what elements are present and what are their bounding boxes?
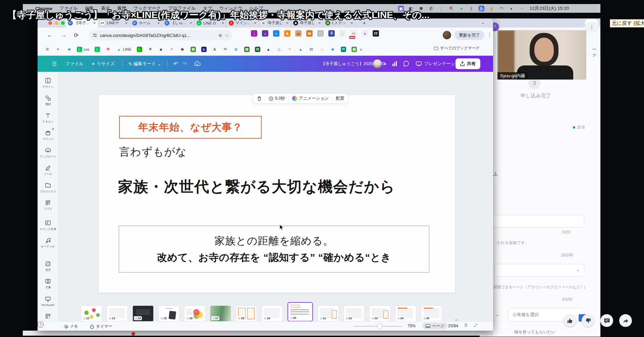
- bookmark-item[interactable]: ⊞: [44, 47, 51, 52]
- address-bar[interactable]: canva.com/design/DAG8TaGZXrg/6C3dU-q1...…: [89, 30, 232, 40]
- menubar-status-icon[interactable]: ⇱: [448, 6, 454, 11]
- sidebar-item-tools[interactable]: ツール: [38, 164, 58, 176]
- bookmark-item[interactable]: ▤: [308, 47, 315, 52]
- menubar-status-icon[interactable]: ◠: [499, 6, 504, 11]
- sidebar-item-text[interactable]: テキスト: [38, 112, 58, 124]
- sidebar-item-elements[interactable]: 素材: [38, 95, 58, 106]
- filmstrip-chevron-icon[interactable]: ⌄: [454, 317, 458, 322]
- form-text-input[interactable]: [487, 215, 584, 228]
- page-thumbnail[interactable]: ◷17: [210, 305, 231, 322]
- page-thumbnail[interactable]: ◷20: [287, 302, 313, 322]
- bookmark-star-icon[interactable]: ☆: [225, 33, 229, 38]
- menubar-status-icon[interactable]: ◔: [519, 6, 525, 11]
- webcam-tile[interactable]: Syuu-go内藤: [497, 30, 586, 80]
- zoom-icon[interactable]: ⊕: [218, 33, 222, 38]
- bookmark-item[interactable]: ◉: [179, 47, 186, 52]
- thumbs-up-button[interactable]: [564, 314, 576, 327]
- redo-button[interactable]: ↷: [183, 61, 187, 67]
- page-view-toggle[interactable]: ページ: [423, 323, 447, 329]
- sidebar-item-magic-media[interactable]: マジック生成: [38, 220, 58, 231]
- page-thumbnail[interactable]: ◷22: [343, 305, 365, 322]
- sidebar-item-audio[interactable]: オーディオ: [38, 237, 58, 249]
- tab-close-icon[interactable]: ✕: [190, 21, 192, 25]
- form-select[interactable]: [494, 264, 584, 277]
- bookmark-item[interactable]: △: [275, 47, 283, 52]
- grid-view-icon[interactable]: ⠿: [464, 323, 468, 328]
- zoom-slider-knob[interactable]: [377, 324, 382, 329]
- bookmark-item[interactable]: ✉: [340, 47, 347, 52]
- add-collaborator-icon[interactable]: +: [384, 61, 387, 66]
- menubar-status-icon[interactable]: ;: [438, 6, 444, 11]
- tab-close-icon[interactable]: ✕: [351, 21, 353, 25]
- menubar-status-icon[interactable]: ▮: [489, 6, 494, 11]
- tab-close-icon[interactable]: ✕: [125, 21, 128, 25]
- bookmark-item[interactable]: ◀: [65, 47, 72, 52]
- bookmark-item[interactable]: ▲: [297, 47, 304, 52]
- extension-icon[interactable]: ♟: [284, 30, 290, 37]
- page-duration-button[interactable]: 5.0秒: [269, 96, 285, 101]
- player-playhead[interactable]: [131, 332, 135, 336]
- bookmark-item[interactable]: ✉: [222, 47, 229, 52]
- page-thumbnail[interactable]: ◷13: [107, 305, 128, 322]
- extension-icon[interactable]: ⠿: [328, 30, 335, 37]
- bookmark-item[interactable]: ▦: [243, 47, 251, 52]
- share-forward-button[interactable]: [619, 314, 632, 327]
- extension-icon[interactable]: M: [306, 30, 313, 37]
- comments-icon[interactable]: [403, 61, 409, 66]
- collaborator-avatar[interactable]: [373, 59, 382, 68]
- extension-icon[interactable]: ω: [295, 30, 302, 37]
- page-thumbnail[interactable]: ◷25: [421, 305, 442, 322]
- sidebar-item-background[interactable]: 背景: [38, 260, 58, 272]
- page-thumbnail[interactable]: ◷21: [318, 305, 339, 322]
- page-thumbnail[interactable]: ◷15: [158, 305, 179, 322]
- delete-page-icon[interactable]: [257, 96, 262, 101]
- bookmark-item[interactable]: ☺: [318, 47, 326, 52]
- minimize-window-button[interactable]: [55, 21, 58, 25]
- restore-zoom-tooltip[interactable]: 元に戻す (拡大): [610, 19, 644, 28]
- bookmark-item[interactable]: ▦: [351, 47, 358, 52]
- page-thumbnail[interactable]: ◷19: [262, 305, 283, 322]
- extension-icon[interactable]: ↓: [339, 30, 346, 37]
- bookmark-item[interactable]: b: [200, 47, 208, 52]
- tab-close-icon[interactable]: ✕: [286, 21, 289, 25]
- extension-icon[interactable]: ⌂: [262, 30, 268, 37]
- page-thumbnail[interactable]: ◷14: [132, 305, 154, 322]
- bookmark-item[interactable]: ◆: [329, 47, 336, 52]
- extension-icon[interactable]: ▢: [317, 30, 324, 37]
- site-settings-icon[interactable]: [93, 33, 97, 38]
- more-menu-icon[interactable]: ⋮: [585, 22, 599, 33]
- tab-close-icon[interactable]: ✕: [254, 21, 257, 25]
- canva-resize-menu[interactable]: ✦リサイズ: [92, 61, 115, 67]
- page-thumbnail[interactable]: ◷12: [81, 305, 102, 322]
- bookmark-item[interactable]: L css: [76, 47, 90, 52]
- hamburger-menu-icon[interactable]: ☰: [52, 61, 57, 67]
- bookmark-item[interactable]: L: [94, 47, 101, 52]
- timer-button[interactable]: タイマー: [90, 324, 112, 329]
- slide-page[interactable]: 年末年始、なぜ大事？ 言わずもがな 家族・次世代と繋がる大切な機会だから 家族と…: [99, 95, 455, 293]
- design-canvas[interactable]: 年末年始、なぜ大事？ 言わずもがな 家族・次世代と繋がる大切な機会だから 家族と…: [58, 72, 493, 299]
- sidebar-item-uploads[interactable]: アップロード: [38, 147, 58, 159]
- bookmark-item[interactable]: ▲ LINE: [115, 47, 132, 52]
- all-bookmarks-button[interactable]: すべてのブックマーク: [434, 46, 480, 51]
- menubar-status-icon[interactable]: あ: [479, 6, 484, 11]
- tab-close-icon[interactable]: ✕: [318, 21, 321, 25]
- extension-icon[interactable]: f?: [373, 30, 379, 37]
- animation-button[interactable]: アニメーション: [292, 96, 329, 101]
- bookmark-item[interactable]: ❋: [104, 47, 112, 52]
- back-button[interactable]: ←: [47, 32, 53, 39]
- slide-text[interactable]: 言わずもがな: [119, 145, 187, 159]
- extension-icon[interactable]: ↓: [251, 30, 257, 37]
- bookmark-item[interactable]: ▣: [190, 47, 197, 52]
- chat-button[interactable]: [600, 314, 613, 327]
- bookmarks-overflow-icon[interactable]: »: [360, 47, 363, 52]
- bookmark-item[interactable]: ✦: [286, 47, 293, 52]
- page-thumbnail[interactable]: ◷16: [184, 305, 205, 322]
- close-window-button[interactable]: [48, 21, 52, 25]
- slide-outlined-box[interactable]: 家族との距離を縮める。 改めて、お寺の存在を “認知する” “確かめる“とき: [119, 226, 429, 273]
- bookmark-item[interactable]: ▲: [265, 47, 272, 52]
- share-button[interactable]: 共有: [455, 58, 480, 69]
- chrome-update-button[interactable]: 更新を完了: [454, 31, 484, 40]
- menubar-status-icon[interactable]: ●: [459, 6, 464, 11]
- extension-icon[interactable]: ▭New: [351, 30, 357, 37]
- sidebar-item-projects[interactable]: プロジェクト: [38, 182, 58, 194]
